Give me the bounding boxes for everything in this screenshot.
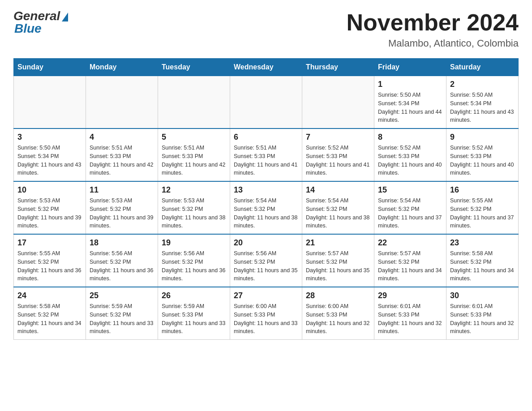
week-row-2: 3Sunrise: 5:50 AMSunset: 5:34 PMDaylight… xyxy=(14,128,519,181)
day-info: Sunrise: 5:50 AMSunset: 5:34 PMDaylight:… xyxy=(378,91,442,124)
day-info: Sunrise: 5:53 AMSunset: 5:32 PMDaylight:… xyxy=(17,197,82,230)
day-number: 7 xyxy=(306,133,370,142)
day-info: Sunrise: 5:59 AMSunset: 5:32 PMDaylight:… xyxy=(90,302,154,336)
day-number: 2 xyxy=(450,80,515,89)
day-header-saturday: Saturday xyxy=(446,59,519,76)
day-info: Sunrise: 6:00 AMSunset: 5:33 PMDaylight:… xyxy=(234,302,298,336)
day-info: Sunrise: 5:52 AMSunset: 5:33 PMDaylight:… xyxy=(306,144,370,177)
day-number: 28 xyxy=(306,291,370,300)
calendar-cell: 13Sunrise: 5:54 AMSunset: 5:32 PMDayligh… xyxy=(230,181,302,234)
week-row-5: 24Sunrise: 5:58 AMSunset: 5:32 PMDayligh… xyxy=(14,287,519,340)
calendar-table: SundayMondayTuesdayWednesdayThursdayFrid… xyxy=(13,58,519,340)
calendar-cell: 22Sunrise: 5:57 AMSunset: 5:32 PMDayligh… xyxy=(374,234,446,287)
calendar-cell: 5Sunrise: 5:51 AMSunset: 5:33 PMDaylight… xyxy=(158,128,230,181)
day-number: 27 xyxy=(234,291,298,300)
calendar-cell: 4Sunrise: 5:51 AMSunset: 5:33 PMDaylight… xyxy=(86,128,158,181)
day-info: Sunrise: 5:54 AMSunset: 5:32 PMDaylight:… xyxy=(378,197,442,230)
location-title: Malambo, Atlantico, Colombia xyxy=(347,38,519,49)
page-header: General Blue November 2024 Malambo, Atla… xyxy=(13,9,519,49)
calendar-cell: 25Sunrise: 5:59 AMSunset: 5:32 PMDayligh… xyxy=(86,287,158,340)
day-info: Sunrise: 5:55 AMSunset: 5:32 PMDaylight:… xyxy=(450,197,515,230)
calendar-cell: 1Sunrise: 5:50 AMSunset: 5:34 PMDaylight… xyxy=(374,76,446,129)
day-header-monday: Monday xyxy=(86,59,158,76)
day-number: 26 xyxy=(162,291,226,300)
calendar-cell: 27Sunrise: 6:00 AMSunset: 5:33 PMDayligh… xyxy=(230,287,302,340)
day-info: Sunrise: 5:50 AMSunset: 5:34 PMDaylight:… xyxy=(450,91,515,124)
day-number: 12 xyxy=(162,185,226,195)
day-info: Sunrise: 5:59 AMSunset: 5:33 PMDaylight:… xyxy=(162,302,226,336)
day-header-wednesday: Wednesday xyxy=(230,59,302,76)
day-info: Sunrise: 5:51 AMSunset: 5:33 PMDaylight:… xyxy=(234,144,298,177)
day-info: Sunrise: 5:57 AMSunset: 5:32 PMDaylight:… xyxy=(306,249,370,283)
header-row: SundayMondayTuesdayWednesdayThursdayFrid… xyxy=(14,59,519,76)
calendar-cell xyxy=(86,76,158,129)
logo-blue-text: Blue xyxy=(14,21,42,36)
day-info: Sunrise: 5:56 AMSunset: 5:32 PMDaylight:… xyxy=(162,249,226,283)
logo: General Blue xyxy=(13,9,68,36)
calendar-cell: 29Sunrise: 6:01 AMSunset: 5:33 PMDayligh… xyxy=(374,287,446,340)
day-info: Sunrise: 5:52 AMSunset: 5:33 PMDaylight:… xyxy=(450,144,515,177)
day-header-thursday: Thursday xyxy=(302,59,374,76)
title-block: November 2024 Malambo, Atlantico, Colomb… xyxy=(347,9,519,49)
calendar-cell: 21Sunrise: 5:57 AMSunset: 5:32 PMDayligh… xyxy=(302,234,374,287)
day-number: 10 xyxy=(17,185,82,195)
day-number: 19 xyxy=(162,238,226,248)
calendar-cell: 28Sunrise: 6:00 AMSunset: 5:33 PMDayligh… xyxy=(302,287,374,340)
day-number: 15 xyxy=(378,185,442,195)
calendar-cell: 19Sunrise: 5:56 AMSunset: 5:32 PMDayligh… xyxy=(158,234,230,287)
day-info: Sunrise: 5:57 AMSunset: 5:32 PMDaylight:… xyxy=(378,249,442,283)
calendar-cell: 26Sunrise: 5:59 AMSunset: 5:33 PMDayligh… xyxy=(158,287,230,340)
day-info: Sunrise: 5:51 AMSunset: 5:33 PMDaylight:… xyxy=(90,144,154,177)
day-info: Sunrise: 5:52 AMSunset: 5:33 PMDaylight:… xyxy=(378,144,442,177)
calendar-cell: 23Sunrise: 5:58 AMSunset: 5:32 PMDayligh… xyxy=(446,234,519,287)
logo-triangle-icon xyxy=(62,13,68,21)
day-info: Sunrise: 5:54 AMSunset: 5:32 PMDaylight:… xyxy=(306,197,370,230)
day-info: Sunrise: 5:54 AMSunset: 5:32 PMDaylight:… xyxy=(234,197,298,230)
calendar-cell: 14Sunrise: 5:54 AMSunset: 5:32 PMDayligh… xyxy=(302,181,374,234)
calendar-cell xyxy=(158,76,230,129)
calendar-cell: 17Sunrise: 5:55 AMSunset: 5:32 PMDayligh… xyxy=(14,234,86,287)
day-info: Sunrise: 5:50 AMSunset: 5:34 PMDaylight:… xyxy=(17,144,82,177)
calendar-cell: 3Sunrise: 5:50 AMSunset: 5:34 PMDaylight… xyxy=(14,128,86,181)
day-info: Sunrise: 6:00 AMSunset: 5:33 PMDaylight:… xyxy=(306,302,370,336)
day-number: 13 xyxy=(234,185,298,195)
calendar-cell: 11Sunrise: 5:53 AMSunset: 5:32 PMDayligh… xyxy=(86,181,158,234)
calendar-cell: 9Sunrise: 5:52 AMSunset: 5:33 PMDaylight… xyxy=(446,128,519,181)
day-number: 20 xyxy=(234,238,298,248)
day-number: 18 xyxy=(90,238,154,248)
day-number: 21 xyxy=(306,238,370,248)
day-info: Sunrise: 5:56 AMSunset: 5:32 PMDaylight:… xyxy=(90,249,154,283)
day-number: 5 xyxy=(162,133,226,142)
calendar-cell: 24Sunrise: 5:58 AMSunset: 5:32 PMDayligh… xyxy=(14,287,86,340)
day-info: Sunrise: 5:58 AMSunset: 5:32 PMDaylight:… xyxy=(17,302,82,336)
calendar-cell: 8Sunrise: 5:52 AMSunset: 5:33 PMDaylight… xyxy=(374,128,446,181)
day-header-tuesday: Tuesday xyxy=(158,59,230,76)
day-number: 30 xyxy=(450,291,515,300)
calendar-cell xyxy=(14,76,86,129)
day-number: 14 xyxy=(306,185,370,195)
day-info: Sunrise: 5:58 AMSunset: 5:32 PMDaylight:… xyxy=(450,249,515,283)
calendar-cell: 30Sunrise: 6:01 AMSunset: 5:33 PMDayligh… xyxy=(446,287,519,340)
day-number: 23 xyxy=(450,238,515,248)
day-number: 29 xyxy=(378,291,442,300)
day-number: 24 xyxy=(17,291,82,300)
calendar-cell: 10Sunrise: 5:53 AMSunset: 5:32 PMDayligh… xyxy=(14,181,86,234)
calendar-cell: 12Sunrise: 5:53 AMSunset: 5:32 PMDayligh… xyxy=(158,181,230,234)
calendar-cell xyxy=(302,76,374,129)
day-header-sunday: Sunday xyxy=(14,59,86,76)
day-header-friday: Friday xyxy=(374,59,446,76)
calendar-cell: 2Sunrise: 5:50 AMSunset: 5:34 PMDaylight… xyxy=(446,76,519,129)
day-info: Sunrise: 6:01 AMSunset: 5:33 PMDaylight:… xyxy=(378,302,442,336)
day-info: Sunrise: 5:53 AMSunset: 5:32 PMDaylight:… xyxy=(162,197,226,230)
day-number: 4 xyxy=(90,133,154,142)
calendar-cell: 18Sunrise: 5:56 AMSunset: 5:32 PMDayligh… xyxy=(86,234,158,287)
day-number: 3 xyxy=(17,133,82,142)
calendar-cell: 6Sunrise: 5:51 AMSunset: 5:33 PMDaylight… xyxy=(230,128,302,181)
day-number: 11 xyxy=(90,185,154,195)
day-number: 16 xyxy=(450,185,515,195)
day-info: Sunrise: 5:56 AMSunset: 5:32 PMDaylight:… xyxy=(234,249,298,283)
day-info: Sunrise: 6:01 AMSunset: 5:33 PMDaylight:… xyxy=(450,302,515,336)
calendar-cell: 20Sunrise: 5:56 AMSunset: 5:32 PMDayligh… xyxy=(230,234,302,287)
day-number: 17 xyxy=(17,238,82,248)
week-row-4: 17Sunrise: 5:55 AMSunset: 5:32 PMDayligh… xyxy=(14,234,519,287)
